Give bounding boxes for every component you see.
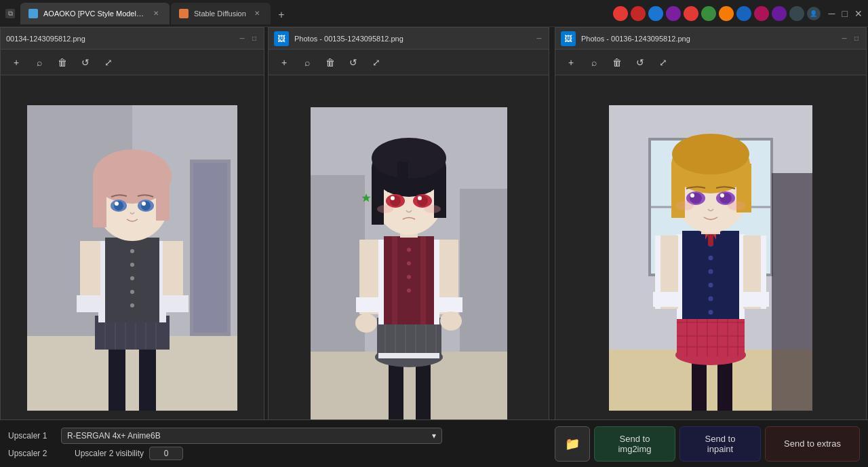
window1-toolbar: + ⌕ 🗑 ↺ ⤢ [1,50,264,75]
svg-rect-26 [161,295,189,312]
svg-rect-61 [420,236,426,324]
ext-icon-9[interactable] [754,6,769,21]
trash-icon: 🗑 [58,57,67,68]
svg-rect-78 [372,167,384,225]
svg-point-18 [130,249,134,253]
window3-maximize-button[interactable]: □ [852,35,861,43]
window2-image-area [269,75,549,451]
window3-delete-button[interactable]: 🗑 [607,52,627,73]
window2-toolbar: + ⌕ 🗑 ↺ ⤢ [269,50,549,75]
folder-icon: 📁 [565,436,580,451]
send-to-inpaint-label: Send to inpaint [705,434,736,454]
svg-point-71 [440,312,462,331]
svg-point-87 [418,196,422,200]
window2-rotate-button[interactable]: ↺ [343,52,363,73]
ext-icon-5[interactable] [684,6,698,21]
ext-icon-2[interactable] [631,6,646,21]
upscaler2-visibility-value: 0 [164,449,169,458]
ext-icon-7[interactable] [719,6,734,21]
svg-point-64 [407,275,411,279]
window1-crop-button[interactable]: ⤢ [98,52,119,73]
send-to-inpaint-button[interactable]: Send to inpaint [679,426,761,462]
send-to-img2img-button[interactable]: Send to img2img [594,426,675,462]
browser-chrome: ⧉ AOAOKO [PVC Style Model] - PV... ✕ Sta… [0,0,868,27]
image-icon: 🖼 [277,34,285,43]
window3-title: Photos - 00136-1243095812.png [581,35,690,43]
plus-icon-3: + [568,57,574,68]
upscaler2-label: Upscaler 2 [8,449,56,458]
window2-controls: ─ [535,35,543,43]
ext-icon-8[interactable] [736,6,751,21]
tab2-title: Stable Diffusion [194,10,246,18]
window1-minimize-button[interactable]: ─ [238,35,246,43]
svg-point-19 [130,263,134,267]
ext-icon-6[interactable] [701,6,716,21]
browser-maximize-button[interactable]: □ [842,8,848,19]
window1-titlebar: 00134-1243095812.png ─ □ [1,28,264,50]
trash-icon-3: 🗑 [612,57,622,68]
window3-minimize-button[interactable]: ─ [840,35,848,43]
window1-add-button[interactable]: + [6,52,26,73]
upscaler2-visibility-input[interactable]: 0 [149,447,183,460]
svg-rect-5 [193,163,227,333]
svg-rect-68 [356,297,382,312]
window2-zoom-button[interactable]: ⌕ [297,52,317,73]
tab-aoaoko[interactable]: AOAOKO [PVC Style Model] - PV... ✕ [20,3,170,24]
window3-add-button[interactable]: + [561,52,581,73]
window3-toolbar: + ⌕ 🗑 ↺ ⤢ [555,50,866,75]
svg-rect-33 [93,173,106,227]
window3-crop-button[interactable]: ⤢ [653,52,673,73]
svg-point-139 [720,193,724,198]
svg-point-117 [709,297,713,301]
window2-delete-button[interactable]: 🗑 [320,52,340,73]
svg-point-138 [690,193,694,198]
svg-point-21 [130,290,134,294]
window2-minimize-button[interactable]: ─ [535,35,543,43]
upscaler2-visibility-label: Upscaler 2 visibility [75,449,144,458]
window2-crop-button[interactable]: ⤢ [366,52,387,73]
tab2-close-button[interactable]: ✕ [252,8,262,19]
bottom-bar: Upscaler 1 R-ESRGAN 4x+ Anime6B ▾ Upscal… [0,419,868,467]
new-tab-button[interactable]: + [272,5,291,24]
window1-rotate-button[interactable]: ↺ [75,52,96,73]
window2-app-icon: 🖼 [274,31,289,46]
svg-point-86 [391,196,395,200]
browser-minimize-button[interactable]: ─ [829,8,835,19]
svg-point-20 [130,276,134,280]
window3-zoom-button[interactable]: ⌕ [584,52,604,73]
crop-icon-2: ⤢ [372,57,380,68]
browser-close-button[interactable]: ✕ [854,8,863,19]
svg-point-65 [407,288,411,293]
upscaler1-select[interactable]: R-ESRGAN 4x+ Anime6B ▾ [61,428,442,444]
rotate-icon: ↺ [81,57,90,68]
ext-icon-4[interactable] [666,6,681,21]
svg-rect-81 [397,162,408,185]
svg-point-115 [709,269,713,274]
ext-icon-3[interactable] [648,6,663,21]
profile-icon[interactable]: 👤 [807,7,821,20]
tab1-close-button[interactable]: ✕ [151,8,161,19]
svg-rect-34 [156,173,170,221]
svg-rect-7 [139,343,156,411]
window2-add-button[interactable]: + [274,52,294,73]
ext-icon-1[interactable] [613,6,628,21]
svg-point-101 [675,345,746,365]
window1-zoom-button[interactable]: ⌕ [29,52,50,73]
ext-icon-11[interactable] [789,6,804,21]
zoom-icon: ⌕ [37,57,42,68]
svg-point-42 [142,202,146,206]
crop-icon-3: ⤢ [659,57,667,68]
extension-icons: 👤 [613,6,821,21]
window1-maximize-button[interactable]: □ [250,35,258,43]
zoom-icon-3: ⌕ [591,57,597,68]
send-to-extras-button[interactable]: Send to extras [765,426,860,462]
window2-title: Photos - 00135-1243095812.png [294,35,403,43]
tab-stable-diffusion[interactable]: Stable Diffusion ✕ [171,3,271,24]
svg-point-116 [709,283,713,288]
window3-rotate-button[interactable]: ↺ [630,52,650,73]
folder-button[interactable]: 📁 [555,426,590,462]
window1-delete-button[interactable]: 🗑 [52,52,73,73]
ext-icon-10[interactable] [772,6,787,21]
image-icon-3: 🖼 [564,34,572,43]
tab1-favicon [28,9,38,18]
